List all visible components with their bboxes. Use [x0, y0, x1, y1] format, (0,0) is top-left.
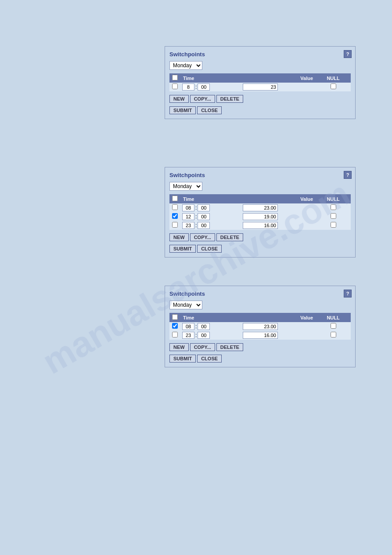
panel-2-submit-button[interactable]: SUBMIT — [169, 245, 196, 253]
panel-3-delete-button[interactable]: DELETE — [216, 343, 243, 351]
p2-row-2-hour-input[interactable] — [182, 213, 194, 220]
panel-2-table: Time Value NULL : — [169, 194, 351, 230]
panel-3-action-buttons: NEW COPY... DELETE — [169, 343, 351, 351]
p3-row-1-value-input[interactable] — [243, 323, 278, 330]
p3-row-1-checkbox-cell — [169, 322, 180, 331]
p3-row-1-null-checkbox[interactable] — [331, 323, 336, 329]
row-1-checkbox[interactable] — [172, 83, 178, 89]
panel-1-help-button[interactable]: ? — [344, 50, 352, 58]
p2-row-3-checkbox[interactable] — [172, 222, 178, 228]
p2-row-3-null-cell — [316, 221, 351, 230]
row-1-value-cell — [241, 83, 316, 91]
p2-row-2-null-checkbox[interactable] — [331, 213, 336, 219]
panel-3-col-null: NULL — [316, 313, 351, 322]
panel-3-copy-button[interactable]: COPY... — [190, 343, 215, 351]
panel-1-delete-button[interactable]: DELETE — [216, 95, 243, 103]
p3-row-2-value-cell — [241, 331, 316, 340]
p2-row-3-hour-input[interactable] — [182, 222, 194, 229]
p2-row-1-checkbox-cell — [169, 203, 180, 212]
p2-row-1-checkbox[interactable] — [172, 204, 178, 210]
panel-3-day-select-container: Monday — [169, 301, 351, 309]
p2-row-1-value-cell — [241, 203, 316, 212]
row-1-minute-input[interactable] — [198, 83, 210, 91]
p3-row-2-checkbox[interactable] — [172, 332, 178, 337]
time-separator: : — [195, 214, 197, 220]
switchpoints-panel-1: Switchpoints ? Monday Time Value NULL — [165, 46, 356, 119]
panel-3-close-button[interactable]: CLOSE — [197, 355, 222, 363]
panel-1-close-button[interactable]: CLOSE — [197, 106, 222, 114]
panel-3-day-dropdown[interactable]: Monday — [169, 301, 202, 309]
row-1-null-checkbox[interactable] — [331, 83, 336, 89]
panel-1-action-buttons: NEW COPY... DELETE — [169, 95, 351, 103]
panel-3-new-button[interactable]: NEW — [169, 343, 189, 351]
panel-2-copy-button[interactable]: COPY... — [190, 233, 215, 241]
panel-2-help-button[interactable]: ? — [344, 171, 352, 179]
p3-row-1-value-cell — [241, 322, 316, 331]
p2-row-1-minute-input[interactable] — [198, 204, 210, 211]
panel-1-title: Switchpoints — [169, 51, 351, 58]
switchpoints-panel-2: Switchpoints ? Monday Time Value NULL — [165, 167, 356, 258]
p2-row-1-hour-input[interactable] — [182, 204, 194, 211]
p2-row-3-value-input[interactable] — [243, 222, 278, 229]
panel-1-col-value: Value — [241, 73, 316, 83]
panel-2-day-dropdown[interactable]: Monday — [169, 182, 202, 191]
panel-2-col-null: NULL — [316, 194, 351, 203]
p2-row-2-checkbox[interactable] — [172, 213, 178, 219]
p2-row-3-time-cell: : — [180, 221, 241, 230]
panel-3-select-all-checkbox[interactable] — [172, 314, 178, 320]
panel-2-col-value: Value — [241, 194, 316, 203]
panel-1-submit-button[interactable]: SUBMIT — [169, 106, 196, 114]
panel-2-new-button[interactable]: NEW — [169, 233, 189, 241]
panel-3-col-value: Value — [241, 313, 316, 322]
panel-2-title: Switchpoints — [169, 172, 351, 178]
p3-row-1-checkbox[interactable] — [172, 323, 178, 329]
panel-2-action-buttons: NEW COPY... DELETE — [169, 233, 351, 241]
p2-row-1-null-checkbox[interactable] — [331, 204, 336, 210]
table-row: : — [169, 203, 351, 212]
panel-2-delete-button[interactable]: DELETE — [216, 233, 243, 241]
panel-2-bottom-buttons: SUBMIT CLOSE — [169, 245, 351, 253]
p2-row-2-null-cell — [316, 212, 351, 221]
p3-row-1-null-cell — [316, 322, 351, 331]
table-row: : — [169, 331, 351, 340]
panel-2-close-button[interactable]: CLOSE — [197, 245, 222, 253]
p2-row-3-null-checkbox[interactable] — [331, 222, 336, 228]
panel-3-col-checkbox — [169, 313, 180, 322]
table-row: : — [169, 212, 351, 221]
panel-2-col-checkbox — [169, 194, 180, 203]
panel-1-day-dropdown[interactable]: Monday — [169, 61, 202, 70]
panel-1-day-select-container: Monday — [169, 61, 351, 70]
panel-1-copy-button[interactable]: COPY... — [190, 95, 215, 103]
panel-3-submit-button[interactable]: SUBMIT — [169, 355, 196, 363]
row-1-value-input[interactable] — [243, 83, 278, 91]
p3-row-2-null-checkbox[interactable] — [331, 332, 336, 337]
p2-row-3-checkbox-cell — [169, 221, 180, 230]
p3-row-2-minute-input[interactable] — [198, 332, 210, 339]
p2-row-3-minute-input[interactable] — [198, 222, 210, 229]
panel-3-help-button[interactable]: ? — [344, 290, 352, 297]
p2-row-2-value-input[interactable] — [243, 213, 278, 220]
panel-2-day-select-container: Monday — [169, 182, 351, 191]
table-row: : — [169, 322, 351, 331]
p3-row-1-time-cell: : — [180, 322, 241, 331]
panel-1-table: Time Value NULL : — [169, 73, 351, 91]
time-separator: : — [195, 205, 197, 211]
row-1-hour-input[interactable] — [182, 83, 194, 91]
p2-row-1-value-input[interactable] — [243, 204, 278, 211]
panel-3-title: Switchpoints — [169, 290, 351, 297]
table-row: : — [169, 221, 351, 230]
p3-row-2-value-input[interactable] — [243, 332, 278, 339]
time-separator: : — [195, 222, 197, 229]
p3-row-1-hour-input[interactable] — [182, 323, 194, 330]
switchpoints-panel-3: Switchpoints ? Monday Time Value NULL — [165, 286, 356, 367]
p3-row-1-minute-input[interactable] — [198, 323, 210, 330]
row-1-time-cell: : — [180, 83, 241, 91]
panel-1-bottom-buttons: SUBMIT CLOSE — [169, 106, 351, 114]
p2-row-2-time-cell: : — [180, 212, 241, 221]
panel-1-col-null: NULL — [316, 73, 351, 83]
p3-row-2-hour-input[interactable] — [182, 332, 194, 339]
p2-row-2-minute-input[interactable] — [198, 213, 210, 220]
panel-1-select-all-checkbox[interactable] — [172, 75, 178, 80]
panel-2-select-all-checkbox[interactable] — [172, 196, 178, 201]
panel-1-new-button[interactable]: NEW — [169, 95, 189, 103]
